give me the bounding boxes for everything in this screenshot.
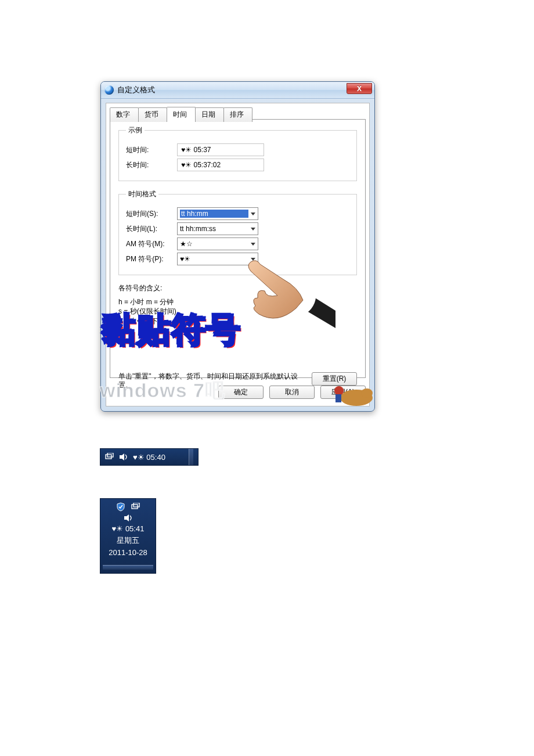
svg-marker-10: [124, 514, 129, 521]
volume-icon[interactable]: [124, 514, 133, 522]
long-time-example-value: ♥☀ 05:37:02: [177, 159, 264, 171]
cancel-button[interactable]: 取消: [269, 386, 315, 399]
show-desktop-button[interactable]: [189, 449, 193, 465]
tab-numbers[interactable]: 数字: [110, 107, 139, 122]
taskbar-time[interactable]: ♥☀ 05:41: [112, 524, 145, 533]
titlebar[interactable]: 自定义格式 X: [101, 82, 374, 99]
chevron-down-icon: [251, 243, 255, 246]
chevron-down-icon: [251, 258, 255, 261]
long-time-example-label: 长时间:: [126, 160, 177, 170]
network-icon[interactable]: [105, 453, 114, 461]
tab-sort[interactable]: 排序: [223, 107, 252, 122]
dialog-title: 自定义格式: [117, 85, 155, 95]
pm-symbol-combo[interactable]: ♥☀: [177, 253, 258, 265]
shield-icon[interactable]: [116, 502, 125, 512]
chevron-down-icon: [251, 213, 255, 215]
dialog-body: 数字 货币 时间 日期 排序 示例 短时间: ♥☀ 05:37 长时间: ♥☀ …: [106, 103, 370, 406]
format-group: 时间格式 短时间(S): tt hh:mm 长时间(L): tt hh:mm:s…: [118, 189, 357, 275]
short-time-example-text: ♥☀ 05:37: [181, 146, 211, 154]
tab-date[interactable]: 日期: [195, 107, 224, 122]
meaning-line-2: s = 秒(仅限长时间): [118, 307, 357, 316]
am-symbol-combo[interactable]: ★☆: [177, 237, 258, 250]
custom-format-dialog: 自定义格式 X 数字 货币 时间 日期 排序 示例 短时间: ♥☀ 05:37: [100, 81, 375, 412]
example-legend: 示例: [126, 125, 145, 135]
tab-panel-time: 示例 短时间: ♥☀ 05:37 长时间: ♥☀ 05:37:02 时间格式: [110, 119, 366, 378]
short-time-format-combo[interactable]: tt hh:mm: [177, 207, 258, 220]
taskbar-vertical: ♥☀ 05:41 星期五 2011-10-28: [100, 498, 156, 574]
pm-symbol-label: PM 符号(P):: [126, 254, 177, 264]
taskbar-horizontal: ♥☀ 05:40: [100, 448, 199, 466]
taskbar-time[interactable]: ♥☀ 05:40: [133, 453, 165, 462]
long-time-format-combo[interactable]: tt hh:mm:ss: [177, 222, 258, 235]
svg-marker-7: [120, 453, 124, 460]
volume-icon[interactable]: [119, 453, 128, 461]
meaning-title: 各符号的含义:: [118, 283, 357, 293]
long-time-format-value: tt hh:mm:ss: [180, 225, 248, 233]
globe-icon: [104, 85, 114, 95]
example-group: 示例 短时间: ♥☀ 05:37 长时间: ♥☀ 05:37:02: [118, 125, 357, 181]
format-legend: 时间格式: [126, 189, 158, 199]
short-time-format-value: tt hh:mm: [180, 210, 248, 218]
tab-time[interactable]: 时间: [167, 107, 196, 121]
pm-symbol-value: ♥☀: [180, 255, 248, 263]
network-icon[interactable]: [131, 502, 140, 512]
show-desktop-button[interactable]: [103, 565, 153, 570]
short-time-format-label: 短时间(S):: [126, 209, 177, 219]
meaning-line-3: tt = 上午或下午: [118, 316, 357, 326]
tab-strip: 数字 货币 时间 日期 排序: [110, 107, 252, 121]
taskbar-weekday[interactable]: 星期五: [117, 535, 139, 546]
ok-button[interactable]: 确定: [218, 386, 264, 399]
apply-button[interactable]: 应用(A): [320, 386, 366, 399]
tab-currency[interactable]: 货币: [138, 107, 167, 122]
taskbar-date[interactable]: 2011-10-28: [109, 548, 147, 557]
chevron-down-icon: [251, 228, 255, 231]
close-button[interactable]: X: [347, 83, 372, 94]
am-symbol-value: ★☆: [180, 240, 248, 248]
long-time-format-label: 长时间(L):: [126, 224, 177, 234]
dialog-footer: 确定 取消 应用(A): [110, 383, 366, 401]
meaning-line-1: h = 小时 m = 分钟: [118, 297, 357, 307]
meaning-block: 各符号的含义: h = 小时 m = 分钟 s = 秒(仅限长时间) tt = …: [118, 283, 357, 326]
long-time-example-text: ♥☀ 05:37:02: [181, 161, 221, 169]
short-time-example-label: 短时间:: [126, 145, 177, 155]
am-symbol-label: AM 符号(M):: [126, 239, 177, 249]
short-time-example-value: ♥☀ 05:37: [177, 143, 264, 156]
close-icon: X: [357, 85, 362, 93]
